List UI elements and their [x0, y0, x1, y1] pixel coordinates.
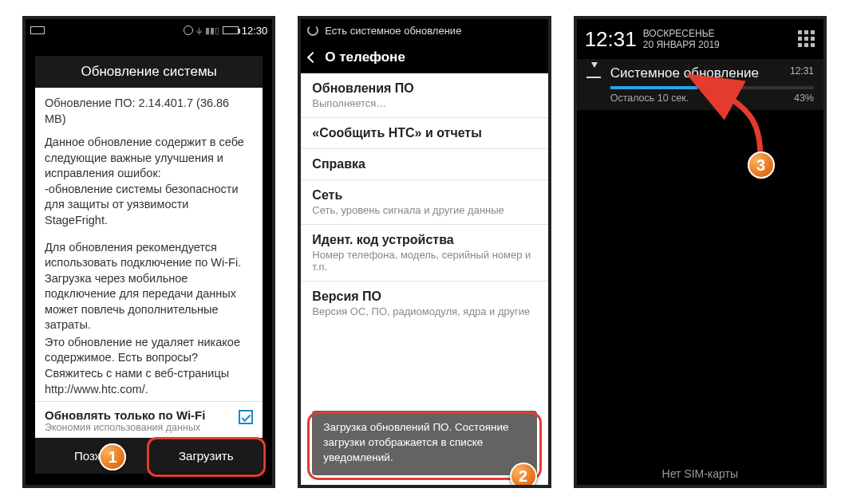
phone-1-system-update-dialog: ⏚ ▮▮▯ 12:30 Обновление системы Обновлени…: [22, 16, 275, 488]
list-item-software-version[interactable]: Версия ПО Версия ОС, ПО, радиомодуля, яд…: [301, 282, 547, 325]
update-intro: Данное обновление содержит в себе следую…: [45, 135, 253, 182]
dialog-title: Обновление системы: [35, 56, 263, 88]
shade-header: 12:31 ВОСКРЕСЕНЬЕ 20 ЯНВАРЯ 2019: [577, 19, 823, 59]
annotation-frame-1: [147, 437, 266, 477]
status-icon: [30, 26, 45, 34]
list-item-network[interactable]: Сеть Сеть, уровень сигнала и другие данн…: [301, 180, 547, 225]
system-update-dialog: Обновление системы Обновление ПО: 2.14.4…: [35, 56, 263, 474]
annotation-bubble-1: 1: [99, 443, 126, 471]
annotation-bubble-3: 3: [748, 152, 775, 179]
remaining-time: Осталось 10 сек.: [610, 93, 689, 104]
update-para-wifi: Для обновления рекомендуется использоват…: [45, 240, 253, 333]
status-bar: Есть системное обновление: [301, 19, 547, 41]
update-version-line: Обновление ПО: 2.14.401.7 (36.86 MB): [45, 96, 253, 127]
wifi-icon: ⏚: [196, 25, 202, 36]
wifi-only-subtitle: Экономия использования данных: [45, 422, 205, 433]
list-item-subtitle: Сеть, уровень сигнала и другие данные: [312, 204, 536, 216]
wifi-only-row[interactable]: Обновлять только по Wi-Fi Экономия испол…: [35, 401, 263, 438]
update-bullet: -обновление системы безопасности для защ…: [45, 182, 253, 229]
battery-icon: [223, 26, 239, 34]
list-item-software-updates[interactable]: Обновления ПО Выполняется…: [301, 73, 547, 118]
progress-fill: [610, 86, 698, 89]
date: 20 ЯНВАРЯ 2019: [643, 39, 720, 50]
clock-time: 12:31: [585, 27, 637, 52]
list-item-title: Идент. код устройства: [312, 233, 536, 247]
list-item-subtitle: Версия ОС, ПО, радиомодуля, ядра и други…: [312, 305, 536, 317]
status-text: Есть системное обновление: [325, 25, 461, 37]
quick-settings-icon[interactable]: [798, 30, 815, 48]
header-title: О телефоне: [325, 49, 405, 65]
list-item-title: «Сообщить HTC» и отчеты: [312, 126, 536, 140]
list-item-title: Обновления ПО: [312, 81, 536, 96]
dialog-body: Обновление ПО: 2.14.401.7 (36.86 MB) Дан…: [35, 88, 263, 401]
list-item-title: Справка: [312, 157, 536, 171]
status-icon: [184, 26, 193, 35]
status-time: 12:30: [242, 25, 268, 37]
list-item-tell-htc[interactable]: «Сообщить HTC» и отчеты: [301, 118, 547, 149]
wifi-only-title: Обновлять только по Wi-Fi: [45, 408, 205, 422]
status-bar: ⏚ ▮▮▯ 12:30: [26, 19, 272, 41]
list-item-device-id[interactable]: Идент. код устройства Номер телефона, мо…: [301, 225, 547, 282]
weekday: ВОСКРЕСЕНЬЕ: [643, 28, 720, 39]
later-button[interactable]: Позже: [35, 438, 149, 474]
refresh-icon: [307, 25, 318, 36]
phone-3-notification-shade: 12:31 ВОСКРЕСЕНЬЕ 20 ЯНВАРЯ 2019 Системн…: [574, 16, 827, 488]
list-item-subtitle: Номер телефона, модель, серийный номер и…: [312, 249, 536, 273]
list-item-help[interactable]: Справка: [301, 149, 547, 180]
back-icon[interactable]: [307, 51, 318, 62]
annotation-frame-2: [307, 411, 541, 480]
annotation-bubble-2: 2: [510, 463, 537, 488]
list-item-subtitle: Выполняется…: [312, 97, 536, 109]
list-item-title: Сеть: [312, 188, 536, 203]
wifi-only-checkbox[interactable]: [239, 410, 253, 424]
notification-time: 12:31: [790, 65, 814, 77]
update-para-noerase: Это обновление не удаляет никакое содерж…: [45, 335, 253, 397]
download-icon: [586, 67, 601, 78]
list-item-title: Версия ПО: [312, 289, 536, 304]
no-sim-label: Нет SIM-карты: [577, 467, 823, 480]
notification-title: Системное обновление: [610, 65, 814, 81]
signal-icon: ▮▮▯: [205, 26, 219, 36]
phone-2-about-phone: Есть системное обновление О телефоне Обн…: [298, 16, 551, 488]
screen-header: О телефоне: [301, 41, 547, 73]
